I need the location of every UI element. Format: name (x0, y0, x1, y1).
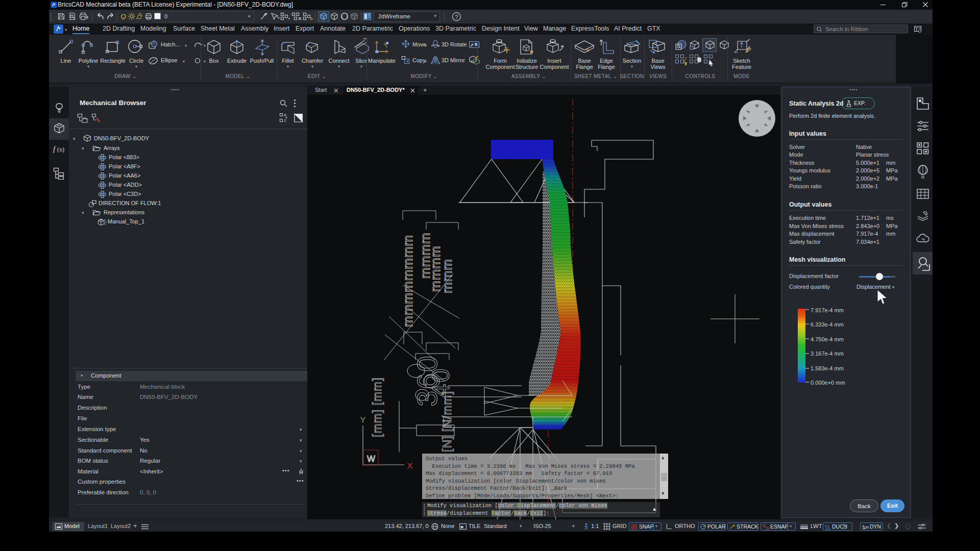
svg-text:Y: Y (360, 415, 365, 424)
svg-text:40: 40 (427, 367, 454, 397)
svg-text:W: W (367, 454, 375, 464)
svg-text:(x): (x) (57, 146, 64, 153)
svg-text:1: 1 (827, 525, 829, 528)
svg-text:[mm] [mm]: [mm] [mm] (371, 377, 384, 437)
svg-text:mmm: mmm (439, 259, 455, 293)
svg-text:?: ? (455, 14, 458, 20)
svg-text:f: f (53, 145, 56, 153)
svg-text:Z: Z (284, 118, 286, 123)
svg-text:mmmmmmmm: mmmmmmmm (400, 235, 415, 327)
svg-text:X: X (407, 461, 412, 470)
